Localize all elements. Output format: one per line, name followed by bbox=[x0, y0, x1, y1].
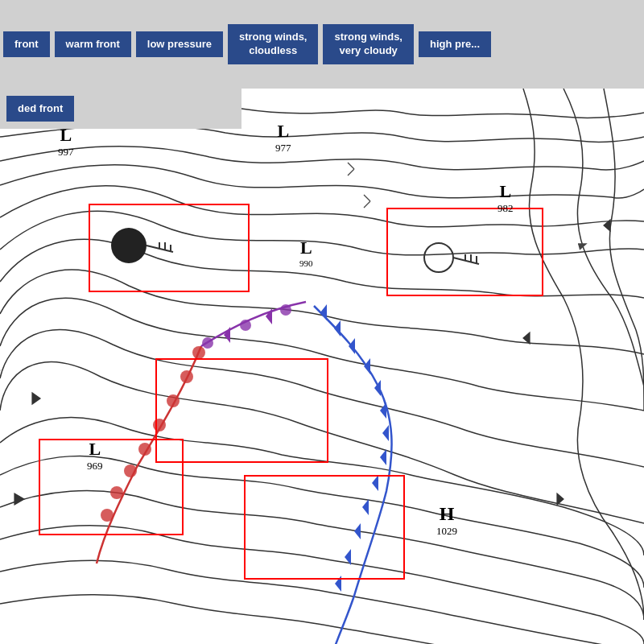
selection-box-4[interactable] bbox=[39, 439, 184, 535]
nav-btn-low-pressure[interactable]: low pressure bbox=[136, 31, 223, 58]
svg-point-21 bbox=[202, 337, 213, 349]
nav-btn-occluded-front[interactable]: ded front bbox=[6, 96, 74, 122]
svg-point-0 bbox=[192, 346, 205, 359]
svg-marker-22 bbox=[224, 327, 230, 343]
svg-marker-11 bbox=[364, 358, 370, 374]
second-navigation: ded front bbox=[0, 89, 242, 129]
svg-marker-15 bbox=[380, 449, 386, 465]
nav-btn-strong-winds-cloudless[interactable]: strong winds, cloudless bbox=[228, 24, 319, 64]
svg-point-23 bbox=[240, 320, 251, 331]
svg-marker-10 bbox=[349, 338, 355, 354]
pressure-L990: L 990 bbox=[299, 237, 313, 268]
pressure-L997: L 997 bbox=[58, 125, 74, 159]
weather-map: L 997 L 977 L 982 L 990 L 969 H 1029 bbox=[0, 89, 644, 644]
pressure-L977: L 977 bbox=[275, 121, 291, 155]
pressure-L982: L 982 bbox=[497, 181, 514, 215]
svg-point-25 bbox=[280, 304, 291, 316]
pressure-H1029: H 1029 bbox=[436, 503, 457, 538]
selection-box-5[interactable] bbox=[244, 475, 405, 580]
selection-box-2[interactable] bbox=[386, 208, 543, 296]
svg-marker-13 bbox=[380, 402, 386, 419]
nav-btn-front[interactable]: front bbox=[3, 31, 50, 58]
svg-marker-9 bbox=[334, 320, 341, 336]
top-navigation: front warm front low pressure strong win… bbox=[0, 0, 644, 89]
svg-marker-24 bbox=[266, 308, 272, 324]
pressure-L969: L 969 bbox=[87, 439, 103, 473]
nav-btn-warm-front[interactable]: warm front bbox=[55, 31, 131, 58]
nav-btn-high-pressure[interactable]: high pre... bbox=[419, 31, 491, 58]
selection-box-1[interactable] bbox=[89, 204, 250, 292]
svg-marker-8 bbox=[320, 304, 327, 320]
nav-btn-strong-winds-cloudy[interactable]: strong winds, very cloudy bbox=[323, 24, 414, 64]
svg-marker-14 bbox=[382, 425, 389, 441]
